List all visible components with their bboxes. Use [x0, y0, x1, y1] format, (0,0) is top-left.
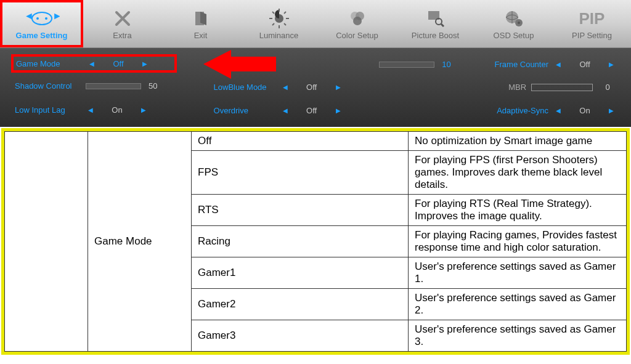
svg-point-3	[45, 17, 47, 20]
menu-label: Game Setting	[16, 31, 68, 40]
gamepad-icon: ◄ ►	[24, 7, 60, 30]
svg-line-12	[284, 23, 286, 25]
setting-label: LowBlue Mode	[214, 83, 280, 92]
exit-icon	[192, 7, 210, 30]
setting-value: Off	[97, 59, 140, 68]
desc-cell: User's preference settings saved as Game…	[409, 257, 627, 289]
svg-point-23	[518, 22, 520, 24]
game-mode-setting[interactable]: Game Mode ◀ Off ▶	[11, 54, 177, 73]
setting-value: 0	[599, 83, 616, 92]
svg-line-14	[284, 12, 286, 14]
option-cell: Off	[192, 132, 409, 151]
svg-text:►: ►	[52, 10, 60, 21]
menu-pip-setting[interactable]: PIP PIP Setting	[553, 0, 631, 47]
menu-exit[interactable]: Exit	[161, 0, 240, 47]
arrow-right-icon[interactable]: ▶	[140, 60, 150, 67]
shadow-control-setting[interactable]: Shadow Control 50	[15, 77, 173, 95]
arrow-right-icon[interactable]: ▶	[333, 107, 343, 114]
slider[interactable]	[86, 83, 141, 89]
setting-value: 10	[442, 60, 460, 69]
game-color-setting[interactable]: 10 Frame Counter ◀ Off ▶	[379, 55, 616, 74]
option-cell: Racing	[192, 226, 409, 257]
magnifier-icon	[426, 7, 445, 30]
menu-label: Color Setup	[336, 31, 378, 40]
menu-game-setting[interactable]: ◄ ► Game Setting	[0, 0, 83, 47]
setting-label: MBR	[452, 83, 531, 92]
svg-point-2	[36, 17, 39, 20]
arrow-left-icon[interactable]: ◀	[280, 107, 290, 114]
arrow-left-icon[interactable]: ◀	[86, 107, 96, 113]
setting-label: Shadow Control	[15, 81, 86, 91]
globe-gear-icon	[504, 7, 524, 30]
brightness-icon	[269, 7, 289, 30]
option-cell: RTS	[192, 195, 409, 226]
menu-label: PIP Setting	[572, 31, 612, 40]
option-cell: Gamer3	[192, 320, 409, 352]
setting-label: Adaptive-Sync	[474, 106, 553, 115]
overdrive-setting[interactable]: Overdrive ◀ Off ▶	[214, 101, 372, 119]
adaptive-sync-setting[interactable]: Adaptive-Sync ◀ On ▶	[379, 101, 616, 119]
svg-line-13	[272, 23, 274, 25]
option-cell: FPS	[192, 151, 409, 195]
low-input-lag-setting[interactable]: Low Input Lag ◀ On ▶	[15, 101, 173, 119]
desc-cell: User's preference settings saved as Game…	[409, 320, 627, 352]
menu-osd-setup[interactable]: OSD Setup	[474, 0, 553, 47]
setting-label: Low Input Lag	[15, 105, 86, 115]
arrow-left-icon[interactable]: ◀	[553, 61, 563, 68]
setting-value: Off	[290, 83, 333, 92]
menu-color-setup[interactable]: Color Setup	[318, 0, 396, 47]
option-cell: Gamer2	[192, 289, 409, 320]
menu-label: Picture Boost	[412, 31, 459, 40]
tools-icon	[113, 7, 132, 30]
pip-icon: PIP	[579, 7, 605, 30]
option-cell: Gamer1	[192, 257, 409, 289]
svg-point-1	[32, 12, 52, 25]
setting-value: Off	[290, 106, 333, 115]
slider[interactable]	[379, 62, 434, 68]
setting-value: Off	[563, 60, 606, 69]
game-mode-table: Game Mode Off No optimization by Smart i…	[4, 131, 627, 352]
mbr-setting[interactable]: MBR 0	[379, 78, 616, 97]
table-row: Game Mode Off No optimization by Smart i…	[5, 132, 627, 151]
setting-value: On	[96, 105, 139, 115]
arrow-left-icon[interactable]: ◀	[280, 84, 290, 91]
desc-cell: For playing Racing games, Provides faste…	[409, 226, 627, 257]
settings-panel: Game Mode ◀ Off ▶ Shadow Control 50 Low …	[0, 48, 631, 127]
arrow-right-icon[interactable]: ▶	[333, 84, 343, 91]
menu-luminance[interactable]: Luminance	[240, 0, 318, 47]
color-icon	[348, 7, 367, 30]
desc-cell: For playing FPS (first Person Shooters) …	[409, 151, 627, 195]
setting-label: Frame Counter	[474, 60, 553, 69]
arrow-left-icon[interactable]: ◀	[87, 60, 97, 67]
settings-col-3: 10 Frame Counter ◀ Off ▶ MBR 0 Adaptive-…	[375, 53, 620, 122]
svg-line-20	[441, 24, 444, 26]
menu-picture-boost[interactable]: Picture Boost	[396, 0, 474, 47]
setting-value: 50	[149, 81, 167, 91]
category-cell: Game Mode	[88, 132, 192, 352]
lowblue-mode-setting[interactable]: LowBlue Mode ◀ Off ▶	[214, 78, 372, 97]
menu-bar: ◄ ► Game Setting Extra Exit Luminance Co…	[0, 0, 631, 48]
svg-line-11	[272, 12, 274, 14]
menu-extra[interactable]: Extra	[83, 0, 161, 47]
arrow-left-icon[interactable]: ◀	[553, 107, 563, 114]
setting-label: Overdrive	[214, 106, 280, 115]
menu-label: Luminance	[259, 31, 299, 40]
desc-cell: User's preference settings saved as Game…	[409, 289, 627, 320]
settings-col-2: LowBlue Mode ◀ Off ▶ Overdrive ◀ Off ▶	[177, 53, 376, 122]
setting-label: Game Mode	[16, 59, 87, 68]
slider[interactable]	[531, 84, 593, 91]
arrow-right-icon[interactable]: ▶	[139, 107, 149, 113]
arrow-right-icon[interactable]: ▶	[606, 107, 616, 114]
svg-point-17	[353, 17, 362, 25]
desc-cell: No optimization by Smart image game	[409, 132, 627, 151]
arrow-right-icon[interactable]: ▶	[606, 61, 616, 68]
menu-label: Extra	[113, 31, 131, 40]
desc-cell: For playing RTS (Real Time Strategy). Im…	[409, 195, 627, 226]
setting-value: On	[563, 106, 606, 115]
menu-label: OSD Setup	[494, 31, 534, 40]
mode-table-wrap: Game Mode Off No optimization by Smart i…	[1, 128, 630, 355]
blank-cell	[5, 132, 88, 352]
menu-label: Exit	[194, 31, 208, 40]
settings-col-1: Game Mode ◀ Off ▶ Shadow Control 50 Low …	[11, 53, 177, 122]
